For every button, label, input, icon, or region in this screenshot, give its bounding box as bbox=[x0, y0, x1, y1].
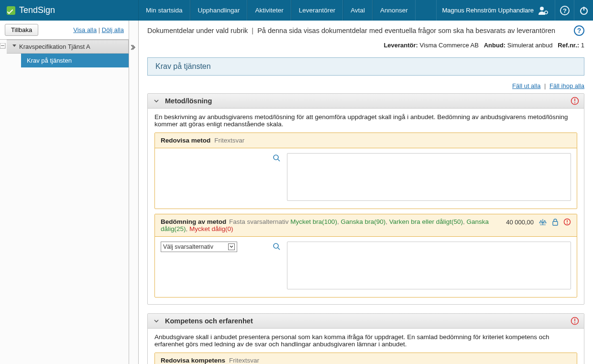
q-type: Fritextsvar bbox=[214, 137, 244, 144]
user-label[interactable]: Magnus Rehnström Upphandlare bbox=[436, 0, 555, 21]
nav-upphandlingar[interactable]: Upphandlingar bbox=[190, 0, 248, 21]
svg-point-21 bbox=[574, 322, 575, 323]
q-label: Redovisa kompetens bbox=[161, 357, 225, 364]
svg-line-12 bbox=[278, 159, 280, 161]
chevron-right-icon bbox=[131, 44, 137, 50]
page-help-button[interactable]: ? bbox=[574, 25, 584, 36]
user-name: Magnus Rehnström Upphandlare bbox=[442, 7, 534, 14]
alert-icon bbox=[563, 218, 571, 226]
logout-button[interactable] bbox=[574, 0, 593, 21]
block-desc: En beskrivning av anbudsgivarens metod/l… bbox=[154, 113, 577, 128]
ref-value: 1 bbox=[581, 42, 584, 49]
svg-line-18 bbox=[278, 248, 280, 250]
alert-icon bbox=[571, 317, 579, 325]
question-redovisa-metod: Redovisa metod Fritextsvar bbox=[154, 132, 577, 209]
svg-point-10 bbox=[574, 102, 575, 103]
tree-parent[interactable]: Kravspecifikation Tjänst A bbox=[7, 40, 129, 54]
block-title: Metod/lösning bbox=[165, 97, 212, 105]
block-kompetens: Kompetens och erfarenhet Anbudsgivare sk… bbox=[147, 313, 584, 364]
meta-row: Leverantör: Visma Commerce AB Anbud: Sim… bbox=[139, 40, 593, 54]
answer-select[interactable]: Välj svarsalternativ bbox=[161, 242, 237, 252]
select-placeholder: Välj svarsalternativ bbox=[163, 243, 213, 250]
tree-parent-label: Kravspecifikation Tjänst A bbox=[19, 43, 90, 50]
question-bedomning-metod: Bedömning av metod Fasta svarsalternativ… bbox=[154, 214, 577, 298]
block-metod: Metod/lösning En beskrivning av anbudsgi… bbox=[147, 93, 584, 305]
question-redovisa-kompetens: Redovisa kompetens Fritextsvar bbox=[154, 353, 577, 364]
alt-option: Mycket bra(100) bbox=[290, 218, 337, 225]
collapse-all-link[interactable]: Fäll ihop alla bbox=[549, 82, 584, 89]
nav-items: Min startsida Upphandlingar Aktiviteter … bbox=[138, 0, 416, 21]
q-type: Fasta svarsalternativ bbox=[229, 218, 289, 225]
nav-avtal[interactable]: Avtal bbox=[343, 0, 373, 21]
q-label: Redovisa metod bbox=[161, 137, 210, 144]
alt-option: Mycket dålig(0) bbox=[189, 225, 233, 232]
chevron-down-icon bbox=[228, 243, 235, 250]
alert-icon bbox=[571, 97, 579, 105]
nav-aktiviteter[interactable]: Aktiviteter bbox=[247, 0, 291, 21]
svg-point-16 bbox=[567, 223, 568, 224]
sidebar-toggle[interactable] bbox=[129, 21, 139, 364]
scale-icon bbox=[538, 218, 547, 226]
user-icon bbox=[538, 6, 549, 15]
answer-textarea[interactable] bbox=[287, 153, 571, 201]
page-title: Dokumentdelar under vald rubrik bbox=[147, 27, 248, 34]
svg-text:?: ? bbox=[563, 7, 567, 14]
anb-value: Simulerat anbud bbox=[507, 42, 553, 49]
power-icon bbox=[579, 5, 589, 16]
lev-value: Visma Commerce AB bbox=[420, 42, 479, 49]
chevron-down-icon bbox=[12, 44, 16, 47]
section-title: Krav på tjänsten bbox=[147, 57, 584, 76]
nav-start[interactable]: Min startsida bbox=[138, 0, 190, 21]
main: Dokumentdelar under vald rubrik | På den… bbox=[139, 21, 593, 364]
tree-child-label: Krav på tjänsten bbox=[27, 57, 72, 64]
svg-point-11 bbox=[274, 155, 278, 160]
nav-leverantorer[interactable]: Leverantörer bbox=[291, 0, 343, 21]
zoom-icon[interactable] bbox=[273, 154, 280, 162]
alt-option: Varken bra eller dåligt(50) bbox=[389, 218, 463, 225]
hide-all-link[interactable]: Dölj alla bbox=[102, 26, 124, 33]
brand: TendSign bbox=[0, 0, 62, 21]
brand-label: TendSign bbox=[19, 5, 55, 15]
lev-label: Leverantör: bbox=[384, 42, 418, 49]
zoom-icon[interactable] bbox=[273, 243, 280, 250]
ref-label: Ref.nr.: bbox=[558, 42, 579, 49]
top-nav: TendSign Min startsida Upphandlingar Akt… bbox=[0, 0, 593, 21]
svg-rect-13 bbox=[553, 221, 558, 225]
chevron-down-icon bbox=[154, 318, 159, 324]
svg-point-17 bbox=[274, 243, 278, 248]
page-desc: På denna sida visas dokumentdelar med ev… bbox=[257, 27, 555, 34]
tree-expander-icon[interactable] bbox=[0, 43, 6, 49]
nav-annonser[interactable]: Annonser bbox=[373, 0, 416, 21]
show-all-link[interactable]: Visa alla bbox=[73, 26, 97, 33]
help-icon: ? bbox=[560, 5, 570, 16]
lock-icon bbox=[552, 218, 559, 226]
collapse-toggle[interactable] bbox=[153, 97, 160, 105]
help-button[interactable]: ? bbox=[555, 0, 574, 21]
collapse-toggle[interactable] bbox=[153, 317, 160, 325]
q-label: Bedömning av metod bbox=[161, 218, 226, 225]
score-value: 40 000,00 bbox=[506, 219, 534, 226]
alt-option: Ganska bra(90) bbox=[340, 218, 385, 225]
tree-child-active[interactable]: Krav på tjänsten bbox=[21, 54, 129, 67]
svg-point-1 bbox=[545, 11, 548, 14]
sidebar: Tillbaka Visa alla | Dölj alla Kravspeci… bbox=[0, 21, 129, 364]
expand-all-link[interactable]: Fäll ut alla bbox=[512, 82, 540, 89]
chevron-down-icon bbox=[154, 98, 159, 104]
answer-textarea[interactable] bbox=[287, 242, 571, 289]
svg-point-0 bbox=[540, 7, 544, 11]
brand-icon bbox=[7, 6, 15, 15]
anb-label: Anbud: bbox=[484, 42, 505, 49]
q-type: Fritextsvar bbox=[229, 357, 259, 364]
back-button[interactable]: Tillbaka bbox=[5, 24, 38, 36]
block-title: Kompetens och erfarenhet bbox=[165, 317, 253, 325]
block-desc: Anbudsgivare skall i anbudet presentera … bbox=[154, 333, 577, 348]
